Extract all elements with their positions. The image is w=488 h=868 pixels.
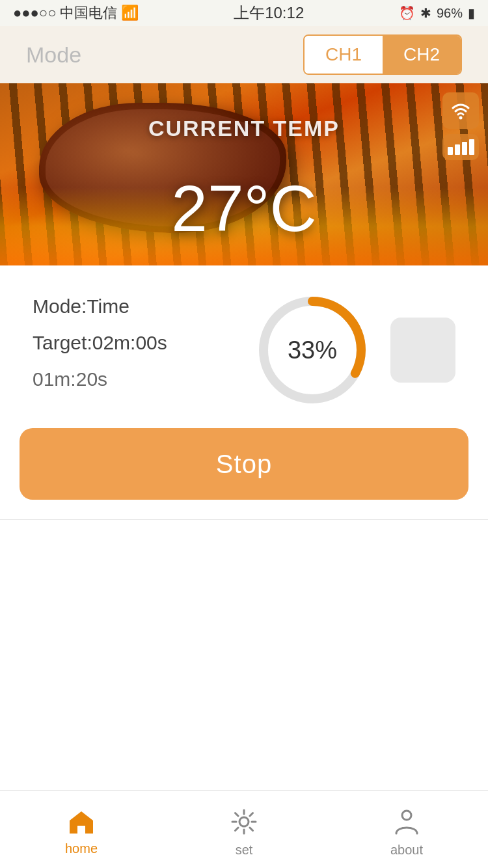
stop-button[interactable]: Stop	[20, 428, 468, 500]
signal-dots: ●●●○○	[13, 5, 56, 21]
tab-about[interactable]: about	[325, 801, 488, 858]
progress-percent: 33%	[254, 292, 371, 409]
status-time: 上午10:12	[234, 3, 304, 23]
set-label: set	[236, 843, 253, 858]
home-label: home	[65, 841, 98, 856]
wifi-signal-icon	[442, 92, 479, 129]
battery-icon-status: ▮	[468, 5, 475, 21]
svg-point-2	[402, 811, 411, 820]
mode-label: Mode	[26, 42, 81, 68]
current-temp-label: CURRENT TEMP	[0, 116, 488, 141]
gear-icon	[230, 807, 258, 840]
mode-info: Mode:Time	[33, 295, 234, 318]
channel-toggle: CH1 CH2	[303, 34, 462, 75]
top-nav: Mode CH1 CH2	[0, 26, 488, 83]
temperature-display: 27°C	[0, 171, 488, 246]
battery-bars	[448, 139, 474, 155]
bluetooth-icon: ✱	[420, 5, 431, 21]
battery-percentage: 96%	[437, 6, 463, 21]
ch2-button[interactable]: CH2	[383, 36, 461, 74]
about-label: about	[390, 843, 423, 858]
tab-home[interactable]: home	[0, 802, 163, 856]
ch1-button[interactable]: CH1	[305, 36, 383, 74]
tab-set[interactable]: set	[163, 801, 325, 858]
status-right: ⏰ ✱ 96% ▮	[399, 5, 475, 21]
stop-button-container: Stop	[0, 428, 488, 513]
svg-point-0	[459, 116, 463, 120]
status-bar: ●●●○○ 中国电信 📶 上午10:12 ⏰ ✱ 96% ▮	[0, 0, 488, 26]
alarm-icon: ⏰	[399, 5, 415, 21]
svg-point-1	[239, 817, 249, 826]
home-icon	[67, 809, 96, 839]
about-icon	[394, 807, 420, 840]
content-divider	[0, 519, 488, 520]
tab-bar: home set about	[0, 790, 488, 868]
progress-circle: 33%	[254, 292, 371, 409]
content-section: Mode:Time Target:02m:00s 01m:20s 33%	[0, 265, 488, 428]
remaining-time: 01m:20s	[33, 368, 234, 390]
wifi-status-icon: 📶	[121, 5, 139, 21]
status-left: ●●●○○ 中国电信 📶	[13, 3, 139, 23]
channel2-placeholder	[390, 318, 455, 383]
device-battery-icon	[442, 134, 479, 160]
target-info: Target:02m:00s	[33, 332, 234, 354]
carrier-label: 中国电信	[60, 3, 117, 23]
info-section: Mode:Time Target:02m:00s 01m:20s	[33, 295, 234, 405]
hero-section: CURRENT TEMP 27°C	[0, 83, 488, 265]
